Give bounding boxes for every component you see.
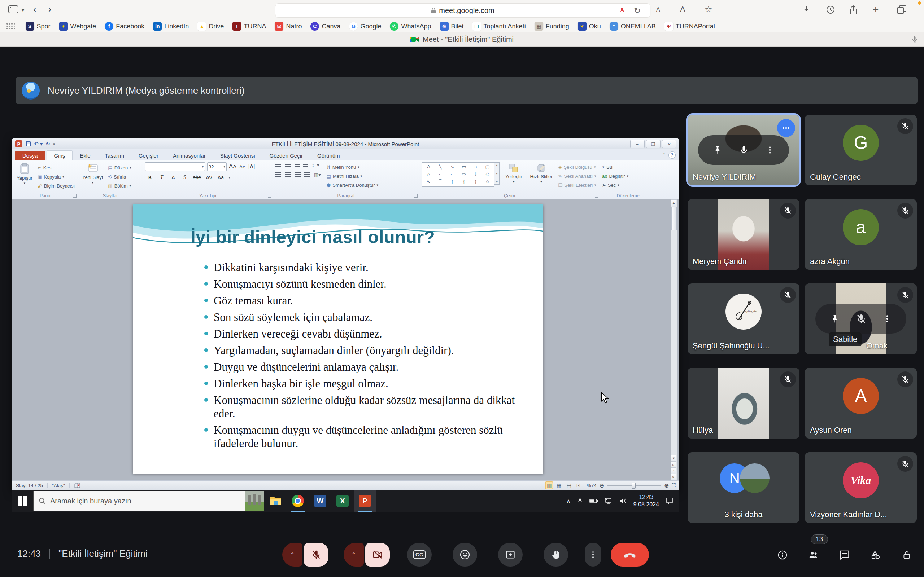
quick-styles-button[interactable]: Hızlı Stiller▾ xyxy=(528,162,554,184)
file-explorer-icon[interactable] xyxy=(264,490,287,512)
line-spacing-icon[interactable]: ↕≡▾ xyxy=(312,162,320,168)
bookmark-oku[interactable]: ✶Oku xyxy=(578,22,601,31)
change-case-button[interactable]: Aa xyxy=(217,174,224,181)
select-button[interactable]: ➤Seç ▾ xyxy=(602,181,654,189)
participant-tile-gulay[interactable]: G Gulay Gengec xyxy=(805,115,917,185)
align-text-button[interactable]: ▤Metni Hizala ▾ xyxy=(327,172,378,180)
start-button[interactable] xyxy=(12,496,33,506)
chrome-icon[interactable] xyxy=(287,490,309,512)
save-icon[interactable] xyxy=(25,141,31,147)
participant-tile-vizyoner[interactable]: Vika Vizyoner Kadınlar D... xyxy=(805,452,917,523)
bookmark-webgate[interactable]: ✶Webgate xyxy=(59,22,96,31)
more-options-icon[interactable] xyxy=(882,314,892,324)
participant-tile-omak[interactable]: Sabitle Omak xyxy=(805,284,917,354)
normal-view-button[interactable]: ▥ xyxy=(546,482,552,488)
pin-icon[interactable] xyxy=(830,314,840,324)
copy-button[interactable]: ▣Kopyala ▾ xyxy=(37,173,75,181)
reading-view-button[interactable]: ▤ xyxy=(565,482,572,488)
spellcheck-icon[interactable] xyxy=(74,482,81,488)
reload-icon[interactable]: ↻ xyxy=(634,6,641,16)
bold-button[interactable]: K xyxy=(147,174,154,181)
shape-fill-button[interactable]: ◈Şekil Dolgusu ▾ xyxy=(558,163,596,171)
bookmark-canva[interactable]: CCanva xyxy=(310,22,340,31)
voice-search-icon[interactable] xyxy=(618,6,625,15)
close-button[interactable]: ✕ xyxy=(662,140,677,148)
powerpoint-taskbar-icon[interactable]: P xyxy=(354,490,376,512)
redo-icon[interactable]: ↻ xyxy=(45,141,50,147)
dialog-launcher-icon[interactable] xyxy=(414,194,418,198)
bookmark-turnaportal[interactable]: ΨTURNAPortal xyxy=(664,22,715,31)
mic-toggle-button[interactable] xyxy=(304,543,328,567)
more-options-button[interactable] xyxy=(585,543,601,567)
clear-formatting-button[interactable]: 🄰 xyxy=(248,163,255,170)
bookmark-onemli-ab[interactable]: ❞ÖNEMLİ AB xyxy=(610,22,656,31)
new-tab-icon[interactable]: + xyxy=(873,3,879,15)
tab-gorunum[interactable]: Görünüm xyxy=(310,151,347,161)
paste-button[interactable]: Yapıştır▾ xyxy=(15,162,35,190)
font-smaller-icon[interactable]: A xyxy=(656,6,660,13)
browser-tab-title[interactable]: Meet - "Etkili İletişim" Eğitimi xyxy=(423,35,514,44)
shapes-scroll[interactable]: ▴▾▿ xyxy=(494,162,499,185)
participant-tile-hulya[interactable]: Hülya xyxy=(688,368,800,438)
browse-button[interactable]: ◦ xyxy=(671,467,677,474)
chevron-down-icon[interactable]: ▾ xyxy=(22,7,24,13)
show-participants-button[interactable] xyxy=(807,548,820,561)
pin-icon[interactable] xyxy=(712,145,723,155)
dialog-launcher-icon[interactable] xyxy=(73,194,76,198)
section-button[interactable]: ▥Bölüm ▾ xyxy=(108,182,131,190)
shapes-gallery[interactable]: A̲╲↘▭○▢ △⌐⌐⇨⇩◇ ∿⌒ʃ{}☆ xyxy=(422,162,494,187)
zoom-out-button[interactable]: ⊖ xyxy=(599,482,604,489)
align-left-icon[interactable] xyxy=(275,172,281,177)
bookmark-funding[interactable]: ▦Funding xyxy=(535,22,569,31)
bookmark-turna[interactable]: TTURNA xyxy=(233,22,266,31)
downloads-icon[interactable] xyxy=(802,5,811,15)
replace-button[interactable]: abDeğiştir ▾ xyxy=(602,172,654,180)
format-painter-button[interactable]: 🖌Biçim Boyacısı xyxy=(37,182,75,190)
shape-outline-button[interactable]: ✎Şekil Anahattı ▾ xyxy=(558,172,596,180)
overflow-tile[interactable]: N 3 kişi daha xyxy=(688,452,800,523)
history-clock-icon[interactable] xyxy=(826,5,835,15)
raise-hand-button[interactable] xyxy=(544,543,568,567)
undo-icon[interactable]: ↶ ▾ xyxy=(34,141,43,147)
bookmarks-grid-icon[interactable] xyxy=(6,23,16,29)
share-icon[interactable] xyxy=(849,5,858,15)
word-icon[interactable]: W xyxy=(309,490,331,512)
slide-scrollbar[interactable]: ▲ ▼ « ◦ » xyxy=(670,200,677,480)
columns-icon[interactable]: ▥▾ xyxy=(314,172,321,177)
layout-button[interactable]: ▤Düzen ▾ xyxy=(108,164,131,172)
zoom-slider[interactable] xyxy=(607,485,661,486)
bookmark-toplanti-anketi[interactable]: ❏Toplantı Anketi xyxy=(472,22,526,31)
slide-sorter-view-button[interactable]: ▦ xyxy=(556,482,562,488)
convert-smartart-button[interactable]: ⬢SmartArt'a Dönüştür ▾ xyxy=(327,181,378,189)
slideshow-view-button[interactable]: ⊡ xyxy=(575,482,582,488)
present-screen-button[interactable] xyxy=(498,543,523,567)
network-icon[interactable] xyxy=(604,498,612,504)
bookmark-star-icon[interactable]: ☆ xyxy=(704,4,712,15)
mic-muted-icon[interactable] xyxy=(855,313,867,324)
grow-font-button[interactable]: A˄ xyxy=(229,163,236,170)
cut-button[interactable]: ✂Kes xyxy=(37,164,75,172)
camera-toggle-button[interactable] xyxy=(365,543,390,567)
zoom-in-button[interactable]: ⊕ xyxy=(664,482,669,489)
taskbar-clock[interactable]: 12:43 9.08.2024 xyxy=(633,494,659,508)
reset-button[interactable]: ⟲Sıfırla xyxy=(108,173,131,181)
font-name-combo[interactable]: ▾ xyxy=(145,162,205,171)
tab-overview-icon[interactable] xyxy=(897,5,907,15)
bookmark-natro[interactable]: ✉Natro xyxy=(275,22,302,31)
minimize-button[interactable]: – xyxy=(630,140,645,148)
action-center-icon[interactable] xyxy=(666,497,674,504)
shape-effects-button[interactable]: ❏Şekil Efektleri ▾ xyxy=(558,181,596,189)
qat-customize-icon[interactable]: ▾ xyxy=(53,142,55,147)
activities-button[interactable] xyxy=(869,548,882,561)
dialog-launcher-icon[interactable] xyxy=(268,194,271,198)
tab-gozden-gecir[interactable]: Gözden Geçir xyxy=(262,151,310,161)
find-button[interactable]: ⌖Bul xyxy=(602,163,654,171)
tab-tasarim[interactable]: Tasarım xyxy=(98,151,131,161)
numbering-icon[interactable] xyxy=(285,163,291,167)
next-slide-button[interactable]: » xyxy=(671,474,677,480)
chat-button[interactable] xyxy=(838,548,851,561)
tray-mic-icon[interactable] xyxy=(577,497,583,504)
bookmark-facebook[interactable]: fFacebook xyxy=(105,22,144,31)
battery-icon[interactable] xyxy=(590,498,598,503)
increase-indent-icon[interactable] xyxy=(303,163,308,167)
